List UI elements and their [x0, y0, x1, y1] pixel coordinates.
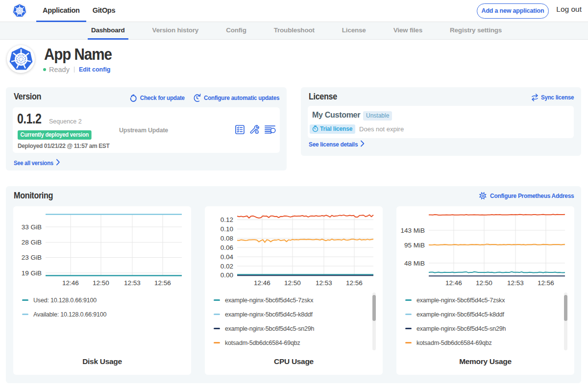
svg-text:0.04: 0.04: [220, 253, 234, 261]
svg-text:95 MiB: 95 MiB: [404, 242, 425, 249]
svg-text:0.10: 0.10: [220, 225, 233, 233]
svg-text:12:46: 12:46: [445, 279, 462, 287]
svg-text:12:56: 12:56: [346, 279, 363, 287]
svg-text:23 GiB: 23 GiB: [22, 254, 42, 261]
svg-text:0.00: 0.00: [220, 271, 233, 279]
svg-text:12:53: 12:53: [316, 279, 332, 287]
svg-text:0.12: 0.12: [220, 216, 233, 223]
svg-text:12:56: 12:56: [538, 279, 554, 287]
svg-text:143 MiB: 143 MiB: [400, 227, 425, 234]
svg-text:12:50: 12:50: [284, 279, 301, 287]
svg-text:12:46: 12:46: [254, 279, 270, 287]
svg-text:0.06: 0.06: [220, 244, 233, 251]
svg-text:12:46: 12:46: [62, 279, 79, 287]
svg-text:19 GiB: 19 GiB: [22, 269, 42, 277]
svg-text:12:53: 12:53: [507, 279, 524, 287]
svg-text:28 GiB: 28 GiB: [22, 239, 42, 246]
svg-text:12:56: 12:56: [154, 279, 171, 287]
svg-text:33 GiB: 33 GiB: [22, 223, 42, 231]
svg-text:0.02: 0.02: [220, 263, 233, 270]
svg-text:12:50: 12:50: [93, 279, 109, 287]
svg-text:12:53: 12:53: [124, 279, 141, 287]
svg-text:12:50: 12:50: [476, 279, 492, 287]
svg-text:48 MiB: 48 MiB: [404, 260, 425, 267]
svg-text:0.08: 0.08: [220, 235, 233, 242]
